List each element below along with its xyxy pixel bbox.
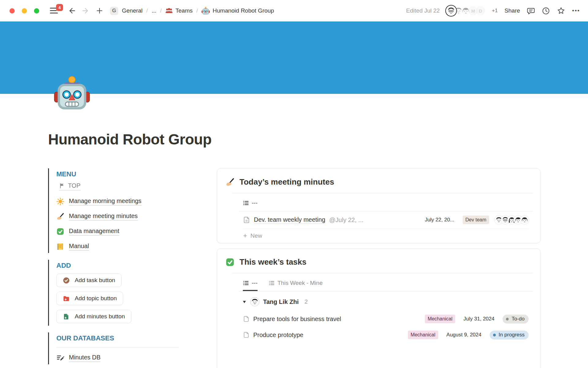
ledger-icon (56, 243, 64, 251)
menu-link-label: Manage meeting minutes (69, 213, 138, 220)
menu-link-label: Manage morning meetings (69, 197, 141, 205)
new-row-label: New (251, 232, 262, 239)
arrow-left-icon (68, 7, 76, 15)
page-icon-robot[interactable] (54, 75, 90, 112)
status-badge: In progress (490, 331, 529, 339)
minimize-window-button[interactable] (22, 8, 27, 13)
status-label: To-do (511, 316, 525, 322)
red-folder-plus-icon (63, 295, 70, 302)
breadcrumb-separator: / (196, 7, 198, 14)
menu-link-manual[interactable]: Manual (56, 243, 187, 251)
arrow-right-icon (82, 7, 90, 15)
new-row-button[interactable]: + New (243, 229, 540, 243)
breadcrumb-teams[interactable]: Teams (165, 7, 193, 14)
document-icon (243, 217, 250, 223)
menu-link-morning-meetings[interactable]: Manage morning meetings (56, 197, 187, 205)
add-minutes-button[interactable]: Add minutes button (56, 310, 131, 323)
notion-window: 4 G General / ... / Teams (0, 0, 588, 368)
brown-check-circle-icon (63, 277, 70, 284)
green-check-icon (56, 228, 64, 236)
task-title: Prepare tools for business travel (253, 316, 341, 323)
add-heading: ADD (56, 262, 187, 270)
more-options-button[interactable]: ••• (572, 7, 580, 14)
task-row[interactable]: Produce prototype Mechanical August 9, 2… (243, 327, 529, 343)
triangle-down-icon[interactable] (242, 300, 247, 304)
breadcrumb-page-label: Humanoid Robot Group (213, 7, 274, 14)
breadcrumb-separator: / (160, 7, 162, 14)
breadcrumb-ellipsis[interactable]: ... (152, 7, 156, 14)
last-edited-label: Edited Jul 22 (406, 7, 440, 14)
avatar-letter: D (476, 6, 485, 15)
add-topic-button[interactable]: Add topic button (56, 292, 123, 305)
task-date: August 9, 2024 (447, 332, 481, 338)
status-badge: To-do (503, 315, 529, 324)
view-tab-default[interactable]: --- (243, 193, 258, 211)
green-check-icon (225, 258, 235, 267)
minutes-db-link[interactable]: Minutes DB (56, 354, 187, 362)
teamspace-badge[interactable]: G (110, 7, 118, 15)
favorite-button[interactable] (557, 6, 565, 15)
divider (56, 347, 179, 347)
card-header: Today’s meeting minutes (217, 169, 540, 187)
menu-link-data-management[interactable]: Data management (56, 228, 187, 236)
team-tag: Dev team (463, 216, 489, 224)
breadcrumb-separator: / (146, 7, 148, 14)
group-name: Tang Lik Zhi (263, 298, 299, 305)
close-window-button[interactable] (9, 8, 15, 13)
meeting-date: July 22, 20... (425, 217, 454, 223)
avatar (251, 297, 259, 306)
comments-button[interactable] (527, 7, 535, 15)
page-icon (243, 316, 249, 322)
writing-hand-icon (225, 178, 235, 187)
status-label: In progress (499, 332, 525, 338)
forward-button[interactable] (82, 7, 90, 15)
share-button[interactable]: Share (504, 7, 520, 14)
back-button[interactable] (68, 7, 76, 15)
plus-icon: + (243, 232, 247, 239)
presence-overflow-count[interactable]: +1 (492, 8, 498, 14)
presence-avatars[interactable]: M D (447, 6, 485, 15)
meeting-minutes-card: Today’s meeting minutes --- Dev. team we… (217, 168, 541, 243)
group-row: Tang Lik Zhi 2 (242, 293, 529, 311)
date-mention: @July 22, ... (329, 217, 363, 224)
add-task-button[interactable]: Add task button (56, 274, 122, 287)
task-row[interactable]: Prepare tools for business travel Mechan… (243, 311, 529, 327)
toolbar-right: Edited Jul 22 M D +1 Share (406, 6, 580, 15)
view-tab-label: --- (252, 280, 258, 286)
breadcrumb-general[interactable]: General (122, 7, 143, 14)
view-tab-this-week-mine[interactable]: This Week - Mine (269, 273, 322, 291)
notification-badge: 4 (56, 4, 63, 11)
plus-icon (96, 7, 103, 14)
group-count: 2 (304, 298, 308, 305)
card-title: This week’s tasks (239, 257, 307, 267)
avatar (447, 6, 456, 15)
sun-icon (56, 197, 64, 205)
breadcrumb-current-page[interactable]: Humanoid Robot Group (202, 7, 274, 15)
updates-button[interactable] (542, 7, 550, 15)
page-title: Humanoid Robot Group (48, 131, 212, 148)
databases-heading: OUR DATABASES (56, 334, 187, 342)
assignee-avatars (495, 216, 529, 224)
add-section: ADD Add task button Add topic button (48, 260, 187, 326)
sidebar-toggle-button[interactable]: 4 (50, 7, 59, 15)
page-icon (243, 332, 249, 338)
view-tab-label: This Week - Mine (277, 280, 322, 286)
task-date: July 31, 2024 (463, 316, 494, 322)
databases-section: OUR DATABASES Minutes DB (48, 332, 187, 364)
menu-link-meeting-minutes[interactable]: Manage meeting minutes (56, 213, 187, 220)
view-tabs: --- This Week - Mine (239, 273, 533, 291)
view-tab-default[interactable]: --- (243, 273, 258, 291)
weekly-tasks-card: This week’s tasks --- This Week - Mine (217, 248, 541, 368)
meeting-row[interactable]: Dev. team weekly meeting @July 22, ... J… (243, 211, 529, 229)
star-icon (557, 6, 565, 15)
breadcrumb-teams-label: Teams (175, 7, 193, 14)
menu-link-top[interactable]: TOP (59, 182, 81, 190)
view-tab-label: --- (252, 200, 258, 206)
green-file-plus-icon (63, 313, 70, 320)
robot-icon (202, 7, 210, 15)
task-title: Produce prototype (253, 332, 303, 339)
left-column: MENU TOP Mana (48, 168, 187, 368)
minutes-db-label: Minutes DB (69, 354, 100, 362)
zoom-window-button[interactable] (34, 8, 39, 13)
new-tab-button[interactable] (96, 7, 103, 14)
